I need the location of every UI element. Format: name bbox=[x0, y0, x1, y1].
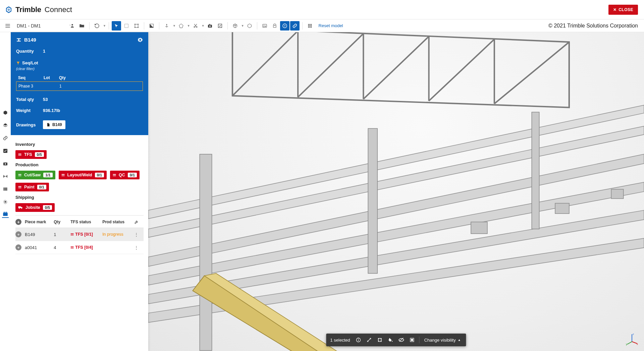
seq-cell: Phase 3 bbox=[18, 84, 39, 89]
separator bbox=[89, 22, 90, 30]
cut-icon[interactable] bbox=[191, 21, 200, 31]
prod-cell: In progress bbox=[102, 232, 134, 237]
brand-name: Trimble bbox=[15, 5, 41, 14]
isolate-icon[interactable] bbox=[407, 336, 417, 344]
more-icon[interactable]: ⋮ bbox=[134, 245, 144, 250]
3d-viewport[interactable]: z x y 1 selected Change visibility ▲ bbox=[148, 32, 644, 351]
piece-cell: B149 bbox=[25, 232, 54, 237]
camera-icon[interactable] bbox=[205, 21, 215, 31]
svg-point-0 bbox=[71, 24, 73, 25]
hide-icon[interactable] bbox=[396, 336, 407, 344]
change-visibility-dropdown[interactable]: Change visibility ▲ bbox=[422, 338, 464, 343]
wrench-icon[interactable] bbox=[134, 220, 144, 224]
add-user-icon[interactable] bbox=[67, 21, 76, 31]
badge-qc[interactable]: QC 0/1 bbox=[110, 171, 140, 179]
col-piece: Piece mark bbox=[25, 220, 54, 224]
svg-point-8 bbox=[166, 24, 167, 25]
badge-label: Jobsite bbox=[25, 205, 40, 210]
svg-line-55 bbox=[627, 342, 632, 344]
bounding-box-icon[interactable] bbox=[132, 21, 141, 31]
svg-rect-14 bbox=[209, 24, 210, 24]
table-row[interactable]: + a0041 4 TFS [0/4] ⋮ bbox=[15, 241, 144, 254]
axis-gizmo[interactable]: z x y bbox=[625, 332, 639, 346]
marquee-icon[interactable] bbox=[122, 21, 131, 31]
badge-label: Paint bbox=[24, 185, 35, 189]
cube-rail-icon[interactable] bbox=[2, 109, 9, 116]
expand-icon[interactable]: + bbox=[15, 231, 21, 237]
chevron-down-icon[interactable]: ▼ bbox=[187, 24, 190, 27]
ghost-icon[interactable] bbox=[270, 21, 279, 31]
link-to-icon[interactable] bbox=[364, 336, 374, 344]
link-icon[interactable] bbox=[290, 21, 300, 31]
badge-label: QC bbox=[119, 173, 125, 177]
info-icon[interactable] bbox=[354, 336, 364, 344]
columns-rail-icon[interactable] bbox=[2, 186, 9, 192]
badge-tfs[interactable]: TFS 0/5 bbox=[15, 150, 47, 159]
fit-icon[interactable] bbox=[375, 336, 385, 344]
panel-title: B149 bbox=[24, 37, 36, 43]
breadcrumb[interactable]: DM1 - DM1 bbox=[17, 23, 41, 28]
cursor-icon[interactable] bbox=[112, 21, 121, 31]
production-rail-icon[interactable] bbox=[2, 211, 9, 218]
add-icon[interactable]: + bbox=[15, 219, 21, 225]
production-heading: Production bbox=[15, 162, 144, 167]
contrast-icon[interactable] bbox=[147, 21, 156, 31]
chevron-down-icon[interactable]: ▼ bbox=[103, 24, 106, 27]
col-tfs: TFS status bbox=[70, 220, 102, 224]
svg-rect-29 bbox=[309, 26, 310, 27]
totalqty-label: Total qty bbox=[16, 97, 38, 102]
panel-body: Inventory TFS 0/5 Production Cut/Saw 1/1… bbox=[11, 135, 148, 351]
spacing-rail-icon[interactable] bbox=[2, 173, 9, 180]
drawing-button[interactable]: B149 bbox=[43, 120, 65, 129]
grid-icon[interactable] bbox=[305, 21, 315, 31]
more-icon[interactable]: ⋮ bbox=[134, 232, 144, 237]
svg-text:z: z bbox=[633, 333, 634, 336]
folder-icon[interactable] bbox=[77, 21, 87, 31]
separator bbox=[159, 22, 159, 30]
svg-rect-36 bbox=[6, 187, 7, 190]
table-row[interactable]: + B149 1 TFS [0/1] In progress ⋮ bbox=[15, 228, 144, 241]
gear-icon[interactable] bbox=[138, 37, 143, 43]
expand-icon[interactable]: + bbox=[15, 244, 21, 250]
svg-point-13 bbox=[209, 25, 211, 27]
help-icon[interactable]: ? bbox=[280, 21, 289, 31]
paint-bucket-icon[interactable] bbox=[386, 336, 396, 344]
svg-rect-42 bbox=[18, 207, 21, 208]
seq-table-row[interactable]: Phase 3 1 bbox=[16, 81, 143, 91]
svg-marker-9 bbox=[179, 24, 183, 28]
chevron-down-icon[interactable]: ▼ bbox=[173, 24, 176, 27]
anchor-icon[interactable] bbox=[162, 21, 171, 31]
svg-rect-48 bbox=[471, 222, 487, 234]
shipping-heading: Shipping bbox=[15, 195, 144, 200]
cube-outline-icon[interactable] bbox=[245, 21, 254, 31]
separator bbox=[109, 22, 109, 30]
polygon-icon[interactable] bbox=[176, 21, 186, 31]
cube-icon[interactable] bbox=[230, 21, 240, 31]
hamburger-icon[interactable] bbox=[3, 21, 12, 30]
gear-rail-icon[interactable] bbox=[2, 198, 9, 205]
svg-rect-45 bbox=[200, 154, 212, 351]
brand-sub: Connect bbox=[45, 5, 72, 14]
link-rail-icon[interactable] bbox=[2, 135, 9, 141]
check-rail-icon[interactable] bbox=[2, 148, 9, 154]
camera-rail-icon[interactable] bbox=[2, 160, 9, 167]
reset-model-link[interactable]: Reset model bbox=[319, 23, 343, 28]
svg-point-33 bbox=[5, 163, 6, 165]
chevron-down-icon[interactable]: ▼ bbox=[241, 24, 244, 27]
toolbar-tools: ▼ ▼ ▼ ▼ ▼ ? Reset model bbox=[67, 21, 343, 31]
toolbar: DM1 - DM1 ▼ ▼ ▼ ▼ ▼ ? Reset model © bbox=[0, 19, 644, 32]
badge-jobsite[interactable]: Jobsite 0/5 bbox=[15, 203, 55, 212]
totalqty-value: 53 bbox=[43, 97, 48, 102]
badge-paint[interactable]: Paint 0/1 bbox=[15, 183, 49, 191]
badge-cutsaw[interactable]: Cut/Saw 1/1 bbox=[15, 171, 55, 179]
close-button[interactable]: ✕ CLOSE bbox=[608, 5, 638, 15]
close-label: CLOSE bbox=[619, 7, 633, 12]
clear-filter-link[interactable]: (clear filter) bbox=[16, 67, 143, 71]
chevron-down-icon[interactable]: ▼ bbox=[202, 24, 205, 27]
checkbox-icon[interactable] bbox=[215, 21, 225, 31]
badge-layoutweld[interactable]: Layout/Weld 0/1 bbox=[59, 171, 107, 179]
undo-icon[interactable] bbox=[92, 21, 102, 31]
seqlot-label: Seq/Lot bbox=[22, 60, 38, 65]
gallery-icon[interactable] bbox=[260, 21, 269, 31]
layers-rail-icon[interactable] bbox=[2, 122, 9, 129]
